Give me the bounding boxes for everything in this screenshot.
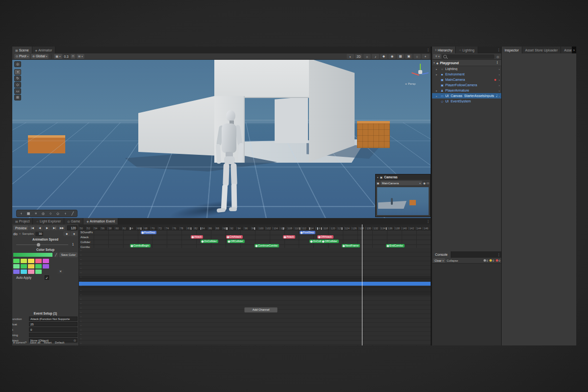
- audio-toggle-icon[interactable]: ♪: [372, 54, 379, 59]
- hierarchy-item-playerarmature[interactable]: ▸♟PlayerArmature›: [432, 88, 501, 93]
- timeline-ruler[interactable]: 5052545658606264666870727476788082848688…: [79, 224, 431, 230]
- hierarchy-item-ui-canvas-starterassetsinputs-joysticks[interactable]: ▸▭UI_Canvas_StarterAssetsInputs_Joystick…: [432, 93, 501, 98]
- transform-tool-icon[interactable]: ⊞: [14, 95, 21, 100]
- tab-game[interactable]: ◎Game: [64, 218, 83, 224]
- add-event-icon[interactable]: ◈: [71, 231, 77, 236]
- projection-toggle[interactable]: ◄ Persp: [405, 82, 416, 85]
- prefab-arrow-icon[interactable]: ›: [497, 89, 501, 92]
- hierarchy-search-input[interactable]: [442, 54, 494, 59]
- clip-name-dropdown[interactable]: dlo: [13, 232, 18, 236]
- color-swatch[interactable]: [13, 259, 20, 263]
- color-swatch[interactable]: [21, 259, 27, 263]
- footer-button-save-all[interactable]: Save all: [30, 341, 40, 344]
- current-frame-field[interactable]: 120: [67, 225, 77, 230]
- snap-toggle[interactable]: ⊓: [71, 54, 76, 59]
- bottom-menu-icon[interactable]: ⋮: [426, 220, 431, 223]
- record-toggle-icon[interactable]: ○: [19, 232, 21, 235]
- field-loat-input[interactable]: 25: [29, 322, 77, 326]
- event-marker-offcollider[interactable]: OffCollider: [321, 240, 339, 243]
- speed-slider-track[interactable]: [16, 245, 68, 245]
- color-swatch[interactable]: [35, 270, 42, 274]
- collapse-icon[interactable]: ▾: [434, 61, 435, 64]
- eyedropper-icon[interactable]: ╱: [53, 252, 58, 257]
- playhead[interactable]: [362, 224, 362, 345]
- selected-row-highlight[interactable]: [79, 282, 431, 286]
- tab-overflow-icon[interactable]: ›: [572, 47, 576, 53]
- cameras-overlay-header[interactable]: ▾ ▣ Cameras: [376, 174, 430, 180]
- rect-tool-icon[interactable]: ▭: [14, 88, 21, 94]
- delete-swatch-button[interactable]: ✕: [57, 270, 64, 274]
- expander-icon[interactable]: ▸: [436, 95, 440, 98]
- prefab-arrow-icon[interactable]: ›: [497, 84, 501, 87]
- collapse-toggle[interactable]: Collapse: [447, 259, 458, 262]
- search-overlay-icon[interactable]: ○: [47, 211, 54, 216]
- hierarchy-item-environment[interactable]: ▸■Environment›: [432, 72, 501, 77]
- prev-key-button[interactable]: ◀: [36, 225, 43, 230]
- color-swatch[interactable]: [21, 270, 27, 274]
- first-frame-button[interactable]: |◀: [29, 225, 36, 230]
- camera-settings-icon[interactable]: ▣: [405, 54, 412, 59]
- tab-animation-event[interactable]: ◆Animation Event: [83, 218, 118, 224]
- color-swatch[interactable]: [35, 264, 42, 269]
- footer-button-e-current[interactable]: e current?: [13, 341, 26, 344]
- field-t-input[interactable]: 0: [29, 327, 77, 332]
- event-marker-attack[interactable]: Attack: [283, 235, 295, 239]
- event-marker-attack[interactable]: Attack: [191, 235, 203, 239]
- list-overlay-icon[interactable]: ≡: [32, 211, 39, 216]
- expander-icon[interactable]: ▸: [436, 89, 440, 92]
- event-marker-footstep[interactable]: FootStep: [141, 231, 156, 234]
- tab-lighting[interactable]: ☼Lighting: [456, 47, 478, 53]
- global-dropdown[interactable]: ⊚ Global ▾: [31, 54, 49, 59]
- next-key-button[interactable]: ▶|: [51, 225, 58, 230]
- color-swatch[interactable]: [13, 264, 20, 269]
- hierarchy-item-maincamera[interactable]: ▣MainCamera›: [432, 77, 501, 82]
- tab-project[interactable]: ▤Project: [12, 218, 33, 224]
- auto-apply-checkbox[interactable]: ✓: [45, 275, 49, 280]
- effects-dropdown-icon[interactable]: ◆: [380, 54, 387, 59]
- pivot-dropdown[interactable]: ⊙ Pivot ▾: [14, 54, 30, 59]
- field-tring-input[interactable]: [29, 333, 77, 337]
- color-swatch[interactable]: [35, 259, 42, 263]
- draw-mode-icon[interactable]: ◐: [347, 54, 354, 59]
- color-swatch[interactable]: [28, 259, 34, 263]
- gizmo-z-axis[interactable]: [422, 73, 429, 75]
- console-menu-icon[interactable]: ⋮: [496, 253, 501, 257]
- samples-field[interactable]: 30: [35, 232, 43, 236]
- prefab-arrow-icon[interactable]: ›: [497, 68, 501, 71]
- save-color-button[interactable]: Save Color: [59, 252, 77, 257]
- footer-button-reset[interactable]: Reset: [44, 341, 51, 344]
- current-color-swatch[interactable]: [13, 253, 52, 257]
- prefab-arrow-icon[interactable]: ›: [497, 95, 501, 98]
- tab-animator[interactable]: ◈Animator: [32, 47, 56, 53]
- orient-overlay-icon[interactable]: ◎: [40, 211, 47, 216]
- hidden-objects-icon[interactable]: ◉: [388, 54, 396, 59]
- lighting-toggle-icon[interactable]: ☼: [363, 54, 371, 59]
- move-overlay-icon[interactable]: ＋: [18, 211, 25, 216]
- grid-overlay-icon[interactable]: ▦: [25, 211, 32, 216]
- prefab-arrow-icon[interactable]: ›: [497, 73, 501, 76]
- gizmo-center-cube[interactable]: [418, 70, 422, 74]
- tab-console[interactable]: Console: [432, 251, 451, 258]
- color-swatch[interactable]: [28, 264, 34, 269]
- tab-inspector[interactable]: Inspector: [502, 47, 522, 53]
- footer-button-default[interactable]: Default: [55, 341, 64, 344]
- event-marker-footstep[interactable]: FootStep: [300, 231, 315, 234]
- color-swatch[interactable]: [13, 270, 20, 274]
- view-tool-icon[interactable]: ◎: [14, 61, 21, 67]
- add-overlay-icon[interactable]: ＋: [62, 211, 69, 216]
- animation-timeline[interactable]: 5052545658606264666870727476788082848688…: [78, 224, 431, 345]
- grid-dropdown-icon[interactable]: ▦: [397, 54, 404, 59]
- color-swatch[interactable]: [21, 264, 27, 269]
- measure-overlay-icon[interactable]: ◇: [54, 211, 61, 216]
- event-marker-endcombo[interactable]: EndCombo: [386, 244, 405, 247]
- tab-asset-store-uploader[interactable]: Asset Store Uploader: [522, 47, 562, 53]
- move-tool-icon[interactable]: ＋: [14, 69, 21, 75]
- hierarchy-item-playerfollowcamera[interactable]: ▣PlayerFollowCamera›: [432, 82, 501, 88]
- tab-hierarchy[interactable]: ≡Hierarchy: [432, 47, 456, 53]
- field-unction-input[interactable]: Attack (Function Not Supporte: [29, 317, 77, 321]
- hierarchy-item-lighting[interactable]: ▸☼Lighting›: [432, 66, 501, 72]
- event-marker-continuecombo[interactable]: ContinueCombo: [255, 244, 279, 247]
- play-button[interactable]: ▶: [44, 225, 51, 230]
- last-frame-button[interactable]: ▶▶: [58, 225, 65, 230]
- preview-button[interactable]: Preview: [13, 225, 28, 230]
